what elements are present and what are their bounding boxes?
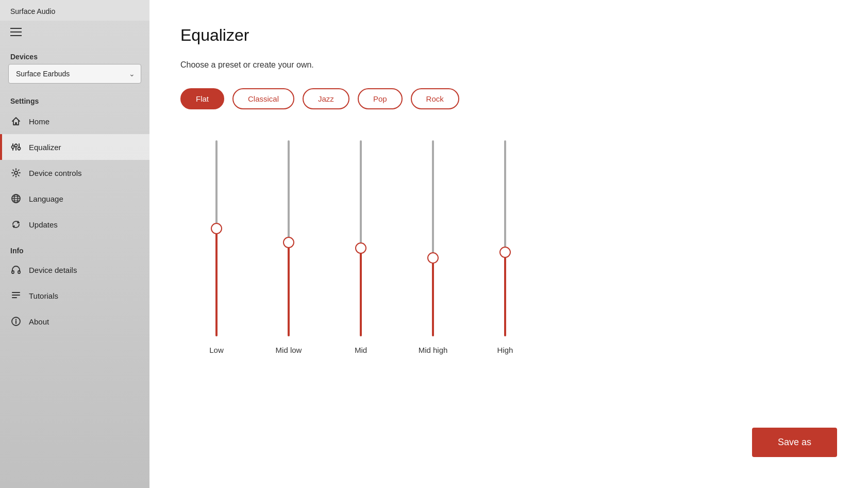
svg-point-19 <box>15 319 16 320</box>
eq-band-high: High <box>469 140 541 354</box>
svg-rect-16 <box>12 297 17 298</box>
gear-icon <box>10 167 22 178</box>
svg-rect-14 <box>12 292 20 293</box>
eq-slider-low-track[interactable] <box>215 140 218 336</box>
globe-icon <box>10 193 22 204</box>
eq-band-mid-high: Mid high <box>397 140 469 354</box>
sidebar-item-device-details-label: Device details <box>29 266 77 274</box>
sidebar: Surface Audio Devices Surface Earbuds ⌄ … <box>0 0 149 488</box>
eq-thumb-mid[interactable] <box>355 242 366 254</box>
svg-rect-15 <box>12 295 20 296</box>
svg-rect-13 <box>18 271 20 273</box>
eq-thumb-mid-high[interactable] <box>427 252 439 264</box>
hamburger-button[interactable] <box>0 21 149 43</box>
sidebar-item-about-label: About <box>29 317 49 326</box>
sidebar-item-device-controls-label: Device controls <box>29 169 82 177</box>
eq-fill-low <box>215 229 218 336</box>
device-select[interactable]: Surface Earbuds <box>8 64 141 84</box>
eq-fill-high <box>504 252 506 336</box>
sidebar-item-about[interactable]: About <box>0 308 149 334</box>
equalizer-icon <box>10 141 22 153</box>
tutorials-icon <box>10 290 22 301</box>
svg-point-5 <box>18 148 21 150</box>
device-selector-wrapper: Surface Earbuds ⌄ <box>8 64 141 84</box>
eq-fill-mid-high <box>432 258 434 336</box>
eq-thumb-high[interactable] <box>499 247 511 258</box>
eq-slider-mid-high-track[interactable] <box>431 140 435 336</box>
eq-track-mid-high <box>432 140 434 336</box>
eq-track-mid <box>360 140 362 336</box>
devices-section-label: Devices <box>0 43 149 64</box>
sidebar-item-tutorials-label: Tutorials <box>29 291 58 300</box>
sidebar-item-device-controls[interactable]: Device controls <box>0 160 149 186</box>
eq-slider-high-track[interactable] <box>504 140 507 336</box>
sidebar-item-updates[interactable]: Updates <box>0 212 149 237</box>
eq-track-mid-low <box>288 140 290 336</box>
eq-label-mid-high: Mid high <box>419 346 448 354</box>
sidebar-item-tutorials[interactable]: Tutorials <box>0 283 149 308</box>
eq-band-mid-low: Mid low <box>253 140 325 354</box>
sidebar-item-language[interactable]: Language <box>0 186 149 212</box>
settings-section-label: Settings <box>0 88 149 108</box>
eq-label-mid-low: Mid low <box>276 346 302 354</box>
eq-slider-mid-low-track[interactable] <box>287 140 290 336</box>
eq-thumb-mid-low[interactable] <box>283 237 294 248</box>
sidebar-item-language-label: Language <box>29 194 63 203</box>
preset-classical-button[interactable]: Classical <box>232 88 294 109</box>
preset-rock-button[interactable]: Rock <box>411 88 459 109</box>
active-indicator <box>0 134 2 160</box>
hamburger-icon <box>10 28 22 36</box>
preset-jazz-button[interactable]: Jazz <box>303 88 349 109</box>
eq-label-high: High <box>497 346 513 354</box>
sidebar-item-equalizer[interactable]: Equalizer <box>0 134 149 160</box>
eq-label-low: Low <box>209 346 224 354</box>
svg-point-1 <box>12 146 14 149</box>
eq-track-high <box>504 140 506 336</box>
info-section-label: Info <box>0 237 149 257</box>
eq-thumb-low[interactable] <box>211 223 222 234</box>
svg-rect-12 <box>12 271 14 273</box>
headphones-icon <box>10 264 22 275</box>
main-content: Equalizer Choose a preset or create your… <box>149 0 868 488</box>
eq-track-low <box>215 140 218 336</box>
eq-section: Low Mid low Mid <box>180 140 837 467</box>
save-as-button[interactable]: Save as <box>752 428 837 457</box>
eq-band-low: Low <box>180 140 253 354</box>
svg-point-3 <box>15 144 18 147</box>
page-title: Equalizer <box>180 26 837 45</box>
eq-fill-mid <box>360 248 362 336</box>
info-icon <box>10 316 22 327</box>
home-icon <box>10 116 22 127</box>
sidebar-item-device-details[interactable]: Device details <box>0 257 149 283</box>
sidebar-item-home-label: Home <box>29 117 49 126</box>
preset-pop-button[interactable]: Pop <box>358 88 403 109</box>
eq-slider-mid-track[interactable] <box>359 140 362 336</box>
sidebar-item-home[interactable]: Home <box>0 108 149 134</box>
preset-row: Flat Classical Jazz Pop Rock <box>180 88 837 109</box>
preset-flat-button[interactable]: Flat <box>180 88 224 109</box>
app-title: Surface Audio <box>0 0 149 21</box>
sidebar-item-updates-label: Updates <box>29 220 58 229</box>
sidebar-item-equalizer-label: Equalizer <box>29 143 61 152</box>
subtitle: Choose a preset or create your own. <box>180 60 837 70</box>
svg-point-6 <box>14 171 18 174</box>
refresh-icon <box>10 219 22 230</box>
eq-label-mid: Mid <box>355 346 367 354</box>
eq-fill-mid-low <box>288 242 290 336</box>
eq-band-mid: Mid <box>325 140 397 354</box>
